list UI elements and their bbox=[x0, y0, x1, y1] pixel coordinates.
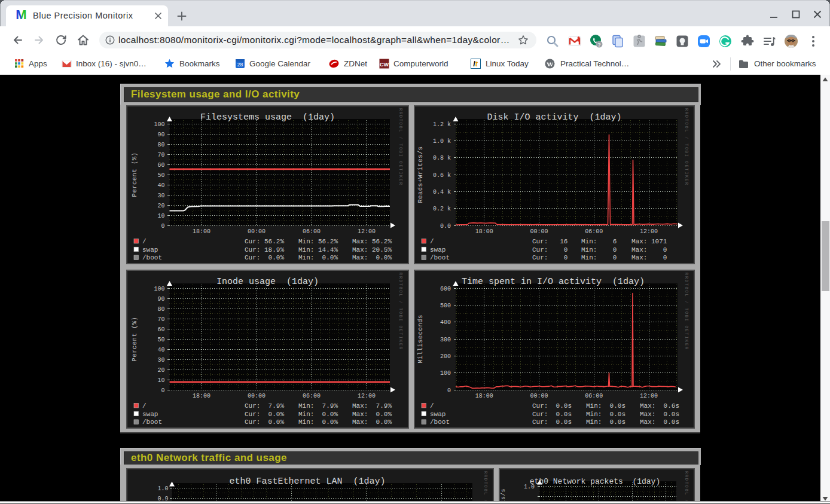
svg-text:Percent (%): Percent (%) bbox=[131, 152, 138, 197]
svg-text:18:00: 18:00 bbox=[193, 228, 210, 235]
svg-text:/: / bbox=[142, 238, 147, 245]
svg-text:12:00: 12:00 bbox=[640, 393, 658, 399]
svg-text:Max: 0: Max: 0 bbox=[631, 246, 667, 253]
svg-text:0: 0 bbox=[447, 387, 451, 394]
svg-text:100: 100 bbox=[154, 121, 164, 128]
svg-text:0.0: 0.0 bbox=[440, 223, 451, 230]
svg-text:Max: 0.0s: Max: 0.0s bbox=[640, 419, 679, 426]
svg-text:Max: 0.6s: Max: 0.6s bbox=[640, 402, 679, 410]
svg-text:?: ? bbox=[597, 42, 601, 48]
svg-text:06:00: 06:00 bbox=[585, 228, 603, 235]
svg-text:RRDTOOL / TOBI OETIKER: RRDTOOL / TOBI OETIKER bbox=[684, 108, 689, 186]
svg-text:Cur: 0.0%: Cur: 0.0% bbox=[245, 254, 284, 261]
svg-text:50: 50 bbox=[157, 337, 164, 343]
svg-text:00:00: 00:00 bbox=[248, 228, 266, 235]
svg-text:Min: 0.0s: Min: 0.0s bbox=[586, 419, 625, 426]
svg-text:0.4 k: 0.4 k bbox=[433, 189, 451, 196]
svg-text:90: 90 bbox=[157, 296, 164, 303]
svg-text:200: 200 bbox=[440, 353, 451, 360]
svg-text:1.0: 1.0 bbox=[157, 485, 168, 492]
svg-text:Filesystems usage (1day): Filesystems usage (1day) bbox=[200, 112, 335, 123]
svg-text:swap: swap bbox=[142, 411, 158, 418]
svg-text:Cur: 0.0s: Cur: 0.0s bbox=[532, 402, 572, 410]
svg-text:Max: 0.0%: Max: 0.0% bbox=[352, 419, 392, 426]
svg-text:100: 100 bbox=[154, 286, 164, 292]
svg-text:500: 500 bbox=[440, 303, 451, 309]
svg-text:Percent (%): Percent (%) bbox=[131, 317, 138, 362]
svg-text:12:00: 12:00 bbox=[358, 393, 376, 399]
svg-text:/: / bbox=[430, 402, 434, 410]
svg-text:/boot: /boot bbox=[430, 254, 450, 261]
svg-text:Cur: 0.0s: Cur: 0.0s bbox=[532, 411, 572, 418]
svg-text:70: 70 bbox=[157, 316, 164, 323]
svg-text:00:00: 00:00 bbox=[530, 228, 548, 235]
svg-text:Cur: 0.0%: Cur: 0.0% bbox=[245, 411, 284, 418]
svg-text:Max: 0.0s: Max: 0.0s bbox=[640, 411, 679, 418]
svg-text:/boot: /boot bbox=[430, 419, 450, 426]
svg-text:12:00: 12:00 bbox=[358, 228, 376, 235]
svg-text:Cur: 0.0s: Cur: 0.0s bbox=[532, 419, 572, 426]
svg-text:06:00: 06:00 bbox=[303, 393, 321, 399]
svg-text:Max: 0.0%: Max: 0.0% bbox=[352, 254, 392, 261]
svg-text:1.0 k: 1.0 k bbox=[433, 138, 451, 145]
svg-text:00:00: 00:00 bbox=[248, 393, 266, 399]
svg-text:Reads+Writes/s: Reads+Writes/s bbox=[417, 146, 424, 203]
svg-text:Max: 0.0%: Max: 0.0% bbox=[352, 411, 392, 418]
svg-text:lt: lt bbox=[473, 60, 478, 68]
svg-text:Min: 0.0%: Min: 0.0% bbox=[298, 254, 338, 261]
svg-text:30: 30 bbox=[157, 193, 164, 199]
svg-text:Cur: 0.0%: Cur: 0.0% bbox=[245, 419, 284, 426]
svg-text:M: M bbox=[16, 10, 26, 20]
svg-text:CW: CW bbox=[380, 62, 389, 68]
svg-text:Cur: 56.2%: Cur: 56.2% bbox=[245, 238, 284, 245]
svg-text:80: 80 bbox=[157, 306, 164, 313]
svg-text:18:00: 18:00 bbox=[193, 393, 210, 399]
svg-text:swap: swap bbox=[430, 246, 445, 253]
svg-text:50: 50 bbox=[157, 172, 164, 179]
svg-text:Min: 6: Min: 6 bbox=[581, 238, 617, 245]
svg-text:06:00: 06:00 bbox=[303, 228, 321, 235]
svg-text:20: 20 bbox=[157, 203, 164, 209]
svg-text:RRDTOOL / TOBI OETIKER: RRDTOOL / TOBI OETIKER bbox=[684, 273, 689, 350]
svg-text:Cur: 0: Cur: 0 bbox=[532, 254, 567, 261]
svg-text:40: 40 bbox=[157, 347, 164, 353]
svg-text:swap: swap bbox=[142, 246, 158, 253]
svg-text:Min: 0: Min: 0 bbox=[581, 246, 617, 253]
svg-text:RRDTOOL / TOBI OETIKER: RRDTOOL / TOBI OETIKER bbox=[398, 108, 403, 186]
svg-text:60: 60 bbox=[157, 162, 164, 169]
svg-text:Max: 56.2%: Max: 56.2% bbox=[352, 238, 392, 245]
svg-text:Max: 20.5%: Max: 20.5% bbox=[352, 246, 392, 253]
svg-text:06:00: 06:00 bbox=[585, 393, 603, 399]
svg-text:eth0 FastEthernet LAN (1day): eth0 FastEthernet LAN (1day) bbox=[229, 476, 385, 487]
svg-text:100: 100 bbox=[440, 370, 451, 377]
svg-text:eth0 Network packets (1day): eth0 Network packets (1day) bbox=[530, 477, 660, 486]
svg-text:RRDTOOL / TOBI OETIKER: RRDTOOL / TOBI OETIKER bbox=[684, 471, 689, 504]
svg-text:0.8 k: 0.8 k bbox=[433, 155, 451, 161]
svg-text:swap: swap bbox=[430, 411, 445, 418]
svg-text:Min: 0.0%: Min: 0.0% bbox=[298, 411, 338, 418]
svg-text:30: 30 bbox=[157, 357, 164, 364]
svg-text:00:00: 00:00 bbox=[530, 393, 548, 399]
svg-text:Min: 14.4%: Min: 14.4% bbox=[298, 246, 338, 253]
svg-text:Min: 0: Min: 0 bbox=[581, 254, 617, 261]
svg-text:Inode usage (1day): Inode usage (1day) bbox=[216, 277, 319, 287]
svg-text:Min: 56.2%: Min: 56.2% bbox=[298, 238, 338, 245]
svg-text:Min: 0.0%: Min: 0.0% bbox=[298, 419, 338, 426]
svg-text:Max: 1071: Max: 1071 bbox=[631, 238, 667, 245]
svg-text:/: / bbox=[142, 402, 147, 410]
svg-text:18:00: 18:00 bbox=[475, 393, 493, 399]
svg-text:Cur: 0: Cur: 0 bbox=[532, 246, 567, 253]
svg-text:80: 80 bbox=[157, 142, 164, 148]
svg-text:1.2 k: 1.2 k bbox=[433, 121, 451, 128]
svg-text:RRDTOOL / TOBI OETIKER: RRDTOOL / TOBI OETIKER bbox=[398, 273, 403, 350]
svg-text:Cur: 7.9%: Cur: 7.9% bbox=[245, 402, 284, 410]
svg-text:Max: 0: Max: 0 bbox=[631, 254, 667, 261]
svg-text:0.6 k: 0.6 k bbox=[433, 172, 451, 179]
svg-text:10: 10 bbox=[157, 213, 164, 219]
svg-text:Min: 0.0s: Min: 0.0s bbox=[586, 411, 625, 418]
svg-text:Cur: 18.9%: Cur: 18.9% bbox=[245, 246, 284, 253]
svg-text:/boot: /boot bbox=[142, 419, 162, 426]
svg-text:20: 20 bbox=[157, 367, 164, 374]
svg-text:300: 300 bbox=[440, 337, 451, 343]
svg-text:Max: 7.9%: Max: 7.9% bbox=[352, 402, 392, 410]
